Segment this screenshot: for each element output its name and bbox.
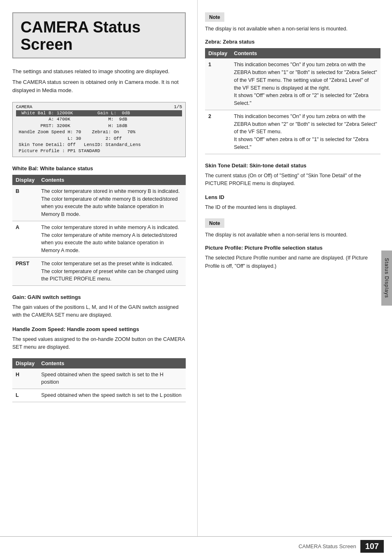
camera-screen-row: Handle Zoom Speed H: 70 Zebra1: On 70% — [16, 129, 182, 135]
zebra-col1: Display — [205, 48, 231, 58]
camera-screen-row: L: 30 2: Off — [16, 136, 182, 142]
footer-text: CAMERA Status Screen — [298, 543, 356, 549]
zebra-table: Display Contents 1This indication become… — [205, 48, 380, 154]
note1-label: Note — [205, 12, 224, 22]
camera-screen-rows: White Bal B: 12000K Gain L: 0dB A: 4700K… — [16, 110, 182, 155]
lens-id-text: The ID of the mounted lens is displayed. — [205, 204, 380, 211]
sidebar-tab: Status Displays — [381, 250, 392, 306]
skin-tone-text: The current status (On or Off) of "Setti… — [205, 172, 380, 188]
contents-cell: The color temperature stored in white me… — [38, 221, 186, 257]
display-cell: H — [12, 368, 38, 389]
note2-text: The display is not available when a non-… — [205, 231, 380, 239]
handle-zoom-text: The speed values assigned to the on-hand… — [12, 336, 186, 352]
handle-zoom-heading: Handle Zoom Speed: Handle zoom speed set… — [12, 326, 186, 332]
intro-line1: The settings and statuses related to ima… — [12, 67, 186, 76]
footer: CAMERA Status Screen 107 — [0, 536, 392, 556]
intro-text: The settings and statuses related to ima… — [12, 67, 186, 95]
camera-screen-label: CAMERA — [16, 104, 32, 109]
right-column: Note The display is not available when a… — [197, 0, 392, 556]
table-row: AThe color temperature stored in white m… — [12, 221, 186, 257]
footer-page: 107 — [360, 540, 384, 553]
note2-label: Note — [205, 218, 224, 228]
contents-cell: This indication becomes "On" if you turn… — [231, 110, 380, 154]
camera-screen-row: Picture Profile : PP1 STANDARD — [16, 148, 182, 154]
table-row: 2This indication becomes "On" if you tur… — [205, 110, 380, 154]
display-cell: PRST — [12, 257, 38, 285]
contents-cell: Speed obtained when the speed switch is … — [38, 368, 186, 389]
page: CAMERA Status Screen The settings and st… — [0, 0, 392, 556]
picture-profile-heading: Picture Profile: Picture Profile selecti… — [205, 245, 380, 251]
display-cell: 1 — [205, 58, 231, 110]
camera-screen-box: CAMERA 1/5 White Bal B: 12000K Gain L: 0… — [12, 102, 186, 157]
camera-screen-row: PRST: 3200K H: 18dB — [16, 123, 182, 129]
page-title: CAMERA Status Screen — [21, 19, 178, 53]
camera-screen-page: 1/5 — [174, 104, 182, 109]
zebra-heading: Zebra: Zebra status — [205, 39, 380, 45]
camera-screen-header: CAMERA 1/5 — [16, 104, 182, 109]
handle-zoom-table: Display Contents HSpeed obtained when th… — [12, 358, 186, 402]
white-bal-col2: Contents — [38, 175, 186, 185]
contents-cell: The color temperature set as the preset … — [38, 257, 186, 285]
lens-id-heading: Lens ID — [205, 194, 380, 200]
white-bal-table: Display Contents BThe color temperature … — [12, 175, 186, 286]
handle-zoom-col2: Contents — [38, 358, 186, 368]
table-row: LSpeed obtained when the speed switch is… — [12, 389, 186, 402]
table-row: BThe color temperature stored in white m… — [12, 185, 186, 221]
title-block: CAMERA Status Screen — [12, 12, 186, 58]
display-cell: B — [12, 185, 38, 221]
left-column: CAMERA Status Screen The settings and st… — [0, 0, 197, 556]
display-cell: A — [12, 221, 38, 257]
gain-text: The gain values of the positions L, M, a… — [12, 303, 186, 320]
intro-line2: The CAMERA status screen is obtained onl… — [12, 78, 186, 95]
white-bal-heading: White Bal: White balance status — [12, 165, 186, 171]
display-cell: L — [12, 389, 38, 402]
skin-tone-heading: Skin Tone Detail: Skin-tone detail statu… — [205, 162, 380, 169]
table-row: HSpeed obtained when the speed switch is… — [12, 368, 186, 389]
camera-screen-row: A: 4700K M: 9dB — [16, 116, 182, 123]
contents-cell: The color temperature stored in white me… — [38, 185, 186, 221]
contents-cell: Speed obtained when the speed switch is … — [38, 389, 186, 402]
handle-zoom-col1: Display — [12, 358, 38, 368]
white-bal-col1: Display — [12, 175, 38, 185]
camera-screen-row: White Bal B: 12000K Gain L: 0dB — [16, 110, 182, 116]
table-row: PRSTThe color temperature set as the pre… — [12, 257, 186, 285]
picture-profile-text: The selected Picture Profile number and … — [205, 254, 380, 270]
display-cell: 2 — [205, 110, 231, 154]
table-row: 1This indication becomes "On" if you tur… — [205, 58, 380, 110]
gain-heading: Gain: GAIN switch settings — [12, 294, 186, 300]
zebra-col2: Contents — [231, 48, 380, 58]
note1-text: The display is not available when a non-… — [205, 25, 380, 33]
contents-cell: This indication becomes "On" if you turn… — [231, 58, 380, 110]
camera-screen-row: Skin Tone Detail: Off LensID: Standard_L… — [16, 142, 182, 148]
